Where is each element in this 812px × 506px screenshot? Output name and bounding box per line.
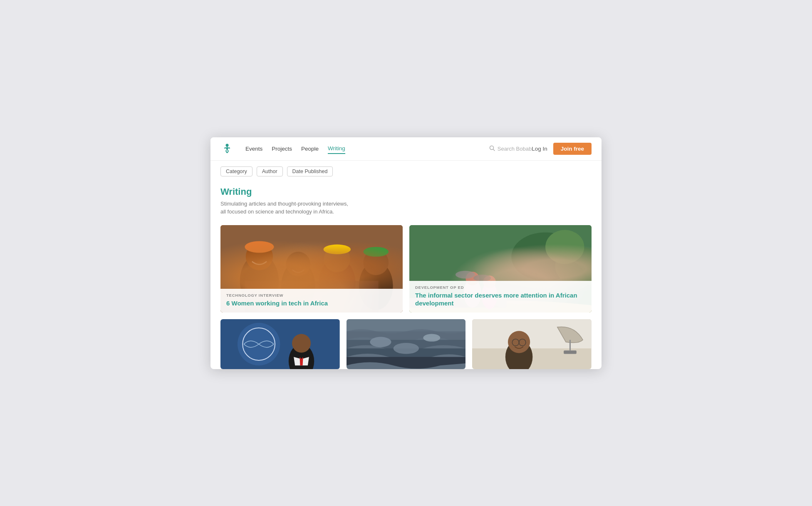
search-placeholder: Search Bobab xyxy=(498,146,532,152)
article-overlay-women-tech: TECHNOLOGY INTERVIEW 6 Women working in … xyxy=(220,289,403,313)
article-image-un xyxy=(220,319,340,369)
article-card-water[interactable] xyxy=(347,319,466,369)
filters-bar: Category Author Date Published xyxy=(210,161,602,176)
filter-date-published[interactable]: Date Published xyxy=(287,166,333,176)
svg-point-15 xyxy=(324,244,351,254)
page-title: Writing xyxy=(220,186,592,197)
article-card-women-tech[interactable]: TECHNOLOGY INTERVIEW 6 Women working in … xyxy=(220,225,403,313)
join-button[interactable]: Join free xyxy=(553,143,592,155)
navbar: Events Projects People Writing Search Bo… xyxy=(210,137,602,161)
nav-links: Events Projects People Writing xyxy=(245,144,489,154)
filter-category[interactable]: Category xyxy=(220,166,253,176)
svg-point-10 xyxy=(324,246,350,272)
article-category-women-tech: TECHNOLOGY INTERVIEW xyxy=(226,293,397,298)
nav-people[interactable]: People xyxy=(301,144,319,154)
secondary-articles-row xyxy=(220,319,592,369)
svg-point-21 xyxy=(545,230,584,264)
article-category-informal-sector: DEVELOPMENT OP ED xyxy=(415,285,586,290)
svg-point-14 xyxy=(245,241,274,253)
article-title-informal-sector: The informal sector deserves more attent… xyxy=(415,291,586,308)
article-overlay-informal-sector: DEVELOPMENT OP ED The informal sector de… xyxy=(409,281,592,313)
nav-writing[interactable]: Writing xyxy=(328,144,345,154)
browser-window: Events Projects People Writing Search Bo… xyxy=(210,137,602,369)
svg-point-35 xyxy=(423,334,440,341)
svg-point-20 xyxy=(555,247,592,285)
svg-rect-40 xyxy=(564,350,577,354)
svg-point-0 xyxy=(226,144,229,147)
nav-actions: Log In Join free xyxy=(532,143,592,155)
svg-point-27 xyxy=(473,275,491,281)
logo[interactable] xyxy=(220,142,234,155)
svg-point-19 xyxy=(511,232,579,281)
article-title-women-tech: 6 Women working in tech in Africa xyxy=(226,299,397,308)
svg-point-32 xyxy=(292,334,311,352)
search-icon xyxy=(489,145,495,152)
article-image-satellite xyxy=(472,319,592,369)
article-card-un[interactable] xyxy=(220,319,340,369)
featured-articles-row: TECHNOLOGY INTERVIEW 6 Women working in … xyxy=(220,225,592,313)
search-area[interactable]: Search Bobab xyxy=(489,145,532,152)
svg-point-34 xyxy=(370,337,391,347)
svg-point-16 xyxy=(363,247,389,256)
page-subtitle: Stimulating articles and thought-provoki… xyxy=(220,200,592,216)
svg-point-36 xyxy=(393,342,418,354)
nav-projects[interactable]: Projects xyxy=(272,144,292,154)
main-content: Writing Stimulating articles and thought… xyxy=(210,176,602,369)
svg-point-24 xyxy=(456,270,475,278)
article-card-satellite[interactable] xyxy=(472,319,592,369)
article-card-informal-sector[interactable]: DEVELOPMENT OP ED The informal sector de… xyxy=(409,225,592,313)
svg-line-3 xyxy=(493,149,495,151)
filter-author[interactable]: Author xyxy=(257,166,283,176)
nav-events[interactable]: Events xyxy=(245,144,262,154)
svg-point-6 xyxy=(246,243,273,270)
article-image-water xyxy=(347,319,466,369)
login-button[interactable]: Log In xyxy=(532,146,547,152)
svg-point-8 xyxy=(286,252,310,276)
svg-point-12 xyxy=(363,250,389,275)
